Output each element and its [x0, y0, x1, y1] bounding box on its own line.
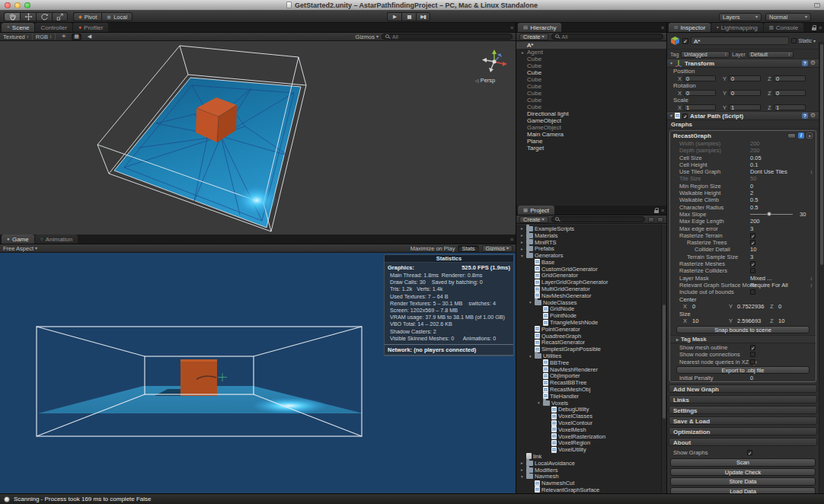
- store-data-button[interactable]: Store Data: [670, 477, 816, 486]
- project-item[interactable]: BBTree: [516, 359, 661, 366]
- scene-viewport[interactable]: ◁ Persp: [0, 41, 516, 234]
- hierarchy-item[interactable]: A*: [516, 42, 666, 49]
- scrollbar-thumb[interactable]: [820, 44, 823, 265]
- project-item[interactable]: MultiGridGenerator: [516, 285, 661, 292]
- snap-bounds-to-scene-button[interactable]: Snap bounds to scene: [676, 326, 810, 333]
- tag-dropdown[interactable]: Untagged↕: [681, 51, 730, 58]
- property-value[interactable]: 2: [750, 190, 753, 196]
- scrollbar-thumb[interactable]: [663, 305, 666, 419]
- vector-value[interactable]: 2.596693: [737, 317, 761, 325]
- project-item[interactable]: VoxelRegion: [516, 440, 661, 447]
- scale-z-field[interactable]: 1: [774, 104, 806, 110]
- expand-arrow-icon[interactable]: ▸: [519, 226, 525, 231]
- astar-path-header[interactable]: ▾ ✓ Astar Path (Script) ? ⚙: [667, 111, 819, 120]
- component-enabled-checkbox[interactable]: ✓: [682, 113, 688, 119]
- nearest-node-queries-in-xz-sp-checkbox[interactable]: [750, 359, 755, 365]
- project-item[interactable]: SimplestGraphPossible: [516, 346, 661, 352]
- load-data-button[interactable]: Load Data: [670, 487, 816, 493]
- info-status-icon[interactable]: [4, 496, 10, 502]
- project-item[interactable]: ▸LocalAvoidance: [516, 460, 661, 467]
- hierarchy-item[interactable]: GameObject: [516, 117, 666, 124]
- project-item[interactable]: PointNode: [516, 312, 661, 319]
- minimize-window-button[interactable]: [14, 2, 21, 8]
- tab-project[interactable]: ▦Project: [518, 206, 554, 215]
- rotate-tool-button[interactable]: [36, 12, 52, 21]
- hierarchy-item[interactable]: Main Camera: [516, 131, 666, 138]
- close-window-button[interactable]: [5, 2, 11, 8]
- gear-icon[interactable]: ⚙: [810, 60, 816, 66]
- scene-search-input[interactable]: All: [382, 33, 513, 40]
- section-links[interactable]: Links: [669, 395, 817, 404]
- project-item[interactable]: ▾NodeClasses: [516, 299, 661, 306]
- rotation-y-field[interactable]: 0: [729, 90, 761, 96]
- hierarchy-item[interactable]: Cube: [516, 83, 666, 90]
- scene-fx-toggle[interactable]: ▦: [72, 33, 81, 40]
- expand-arrow-icon[interactable]: ▸: [519, 233, 525, 238]
- project-item[interactable]: Base: [516, 259, 661, 266]
- expand-arrow-icon[interactable]: ▾: [528, 300, 533, 305]
- slider-value[interactable]: 30: [800, 211, 806, 218]
- project-item[interactable]: GridNode: [516, 306, 661, 313]
- game-gizmos-dropdown[interactable]: Gizmos▾: [482, 245, 513, 252]
- project-item[interactable]: LayerGridGraphGenerator: [516, 279, 661, 285]
- project-item[interactable]: ▾Navmesh: [516, 473, 661, 480]
- project-item[interactable]: link: [516, 453, 661, 460]
- transform-header[interactable]: ▾ Transform ? ⚙: [667, 59, 819, 68]
- panel-menu-icon[interactable]: ≡: [661, 25, 664, 30]
- hierarchy-item[interactable]: Cube: [516, 76, 666, 83]
- expand-arrow-icon[interactable]: ▾: [528, 354, 533, 359]
- section-about[interactable]: About: [669, 438, 817, 446]
- project-item[interactable]: TileHandler: [516, 393, 661, 400]
- info-icon[interactable]: i: [798, 132, 804, 139]
- export-to-obj-file-button[interactable]: Export to .obj file: [676, 366, 810, 374]
- expand-arrow-icon[interactable]: ▾: [536, 400, 541, 405]
- gear-icon[interactable]: ⚙: [810, 113, 816, 119]
- project-item[interactable]: VoxelContour: [516, 419, 661, 426]
- tag-mask-foldout[interactable]: ▸Tag Mask: [670, 335, 816, 343]
- play-button[interactable]: ▶: [387, 12, 401, 21]
- expand-arrow-icon[interactable]: ▾: [519, 474, 525, 479]
- project-item[interactable]: DebugUtility: [516, 407, 661, 413]
- scale-x-field[interactable]: 1: [684, 104, 716, 110]
- zoom-window-button[interactable]: [24, 2, 30, 8]
- static-toggle[interactable]: Static ▾: [791, 38, 816, 43]
- hierarchy-item[interactable]: Cube: [516, 104, 666, 110]
- rasterize-colliders-checkbox[interactable]: [750, 268, 755, 273]
- section-settings[interactable]: Settings: [669, 406, 817, 414]
- project-item[interactable]: ▸Modifiers: [516, 467, 661, 474]
- fullscreen-icon[interactable]: [814, 3, 820, 8]
- static-checkbox[interactable]: [791, 38, 797, 43]
- search-by-label-icon[interactable]: [657, 217, 663, 222]
- section-add-new-graph[interactable]: Add New Graph: [669, 384, 817, 393]
- hierarchy-item[interactable]: Cube: [516, 56, 666, 62]
- panel-menu-icon[interactable]: ≡: [510, 25, 513, 30]
- active-checkbox[interactable]: ✓: [682, 38, 688, 44]
- project-item[interactable]: PointGenerator: [516, 326, 661, 333]
- vector-value[interactable]: 0: [692, 303, 695, 311]
- property-value[interactable]: 0.5: [750, 196, 758, 203]
- expand-arrow-icon[interactable]: ▸: [519, 240, 525, 244]
- vector-value[interactable]: 10: [778, 317, 784, 325]
- tab-lightmapping[interactable]: •Lightmapping: [711, 23, 762, 32]
- project-item[interactable]: NavmeshCut: [516, 480, 661, 486]
- hierarchy-item[interactable]: Cube: [516, 62, 666, 69]
- project-item[interactable]: RecastGenerator: [516, 340, 661, 346]
- graphs-section-label[interactable]: Graphs: [667, 120, 819, 129]
- panel-menu-icon[interactable]: ≡: [819, 25, 822, 30]
- project-item[interactable]: ObjImporter: [516, 373, 661, 380]
- slider-knob[interactable]: [767, 212, 771, 216]
- hierarchy-search-input[interactable]: All: [551, 33, 663, 40]
- foldout-arrow-icon[interactable]: ▾: [670, 113, 672, 118]
- project-item[interactable]: ▸ExampleScripts: [516, 225, 661, 232]
- property-value[interactable]: 10: [750, 246, 756, 253]
- layers-dropdown[interactable]: Layers ▾: [719, 13, 762, 21]
- tab-scene[interactable]: +Scene: [2, 23, 34, 32]
- enum-arrows-icon[interactable]: ↕: [810, 168, 813, 175]
- rasterize-trees-checkbox[interactable]: ✓: [750, 240, 755, 245]
- project-item[interactable]: CustomGridGenerator: [516, 266, 661, 273]
- aspect-dropdown[interactable]: Free Aspect▾: [3, 245, 37, 252]
- hierarchy-item[interactable]: Cube: [516, 97, 666, 104]
- property-value[interactable]: Mixed ...: [750, 275, 771, 282]
- foldout-arrow-icon[interactable]: ▾: [670, 61, 672, 65]
- hierarchy-item[interactable]: Cube: [516, 90, 666, 97]
